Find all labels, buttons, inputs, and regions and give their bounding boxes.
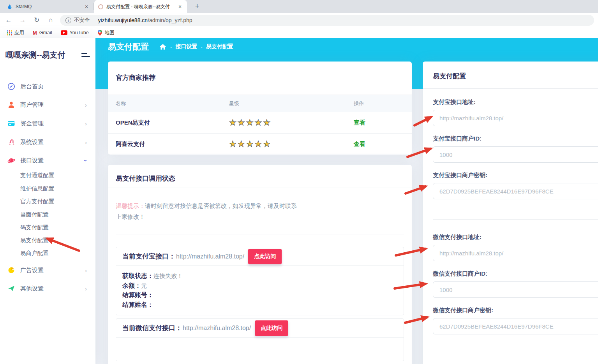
- new-tab-button[interactable]: +: [192, 2, 202, 11]
- alipay-merchant-key-input[interactable]: [433, 183, 598, 199]
- bookmark-label: Gmail: [39, 30, 52, 35]
- sidebar-sub-yipay-config[interactable]: 易支付配置: [20, 234, 49, 246]
- sidebar-sub-official-pay-config[interactable]: 官方支付配置: [20, 195, 54, 207]
- bookmark-youtube[interactable]: YouTube: [59, 29, 90, 36]
- card-header: 易支付接口调用状态: [108, 165, 412, 188]
- sidebar-item-dashboard[interactable]: 后台首页: [0, 79, 95, 94]
- field-label: 支付宝接口地址:: [433, 98, 598, 106]
- alipay-merchant-id-input[interactable]: [433, 146, 598, 163]
- table-row: 阿喜云支付 ★★★★★ 查看: [108, 134, 412, 155]
- wechat-merchant-key-input[interactable]: [433, 318, 598, 334]
- column-name: 名称: [108, 100, 229, 107]
- forward-icon[interactable]: →: [17, 15, 28, 26]
- apps-grid-icon: [7, 30, 12, 35]
- wechat-status-group: 当前微信支付接口： http://mazhifu.alm28.top/ 点此访问: [116, 318, 404, 361]
- card-title: 官方商家推荐: [116, 74, 155, 81]
- chevron-right-icon: ›: [85, 139, 87, 146]
- sidebar-item-interface[interactable]: 接口设置 ›: [0, 153, 95, 168]
- sidebar-sub-codepay-config[interactable]: 码支付配置: [20, 221, 49, 234]
- card-title: 易支付配置: [433, 72, 466, 80]
- visit-alipay-button[interactable]: 点此访问: [248, 249, 282, 264]
- site-favicon-icon: [98, 4, 103, 9]
- view-link[interactable]: 查看: [354, 119, 412, 127]
- close-icon[interactable]: ×: [177, 4, 183, 10]
- page-title: 易支付配置: [108, 41, 149, 52]
- alipay-status-group: 当前支付宝接口： http://mazhifu.alm28.top/ 点此访问 …: [116, 247, 404, 315]
- wechat-merchant-id-input[interactable]: [433, 281, 598, 298]
- reload-icon[interactable]: ↻: [31, 15, 42, 26]
- visit-wechat-button[interactable]: 点此访问: [255, 320, 288, 336]
- status-label: 结算姓名：: [122, 301, 153, 308]
- omnibox-divider: [94, 17, 94, 23]
- chevron-right-icon: ›: [85, 267, 87, 274]
- divider: [433, 354, 598, 354]
- wechat-api-url: http://mazhifu.alm28.top/: [183, 325, 251, 332]
- wechat-api-row: 当前微信支付接口： http://mazhifu.alm28.top/ 点此访问: [116, 319, 404, 338]
- home-icon[interactable]: ⌂: [45, 15, 56, 26]
- sidebar-item-label: 后台首页: [20, 83, 44, 90]
- breadcrumb-separator: -: [201, 44, 202, 50]
- wechat-url-input[interactable]: [433, 245, 598, 261]
- alipay-status-detail: 获取状态：连接失败！ 余额：元 结算账号： 结算姓名：: [116, 266, 404, 315]
- breadcrumb-interface[interactable]: 接口设置: [175, 43, 197, 50]
- sidebar: 嘎嘎亲测--易支付 后台首页 商户管理 › 资金管理 ›: [0, 38, 95, 364]
- chevron-right-icon: ›: [85, 285, 87, 292]
- table-header: 名称 星级 操作: [108, 95, 412, 112]
- address-bar[interactable]: i 不安全 yizhifu.wujiyule88.cn /admin/op_yz…: [60, 15, 594, 26]
- sidebar-sub-facepay-config[interactable]: 当面付配置: [20, 208, 49, 221]
- sidebar-sub-maintenance-config[interactable]: 维护信息配置: [20, 182, 54, 195]
- field-wechat-merchant-id: 微信支付接口商户ID:: [433, 270, 598, 298]
- compass-icon: [7, 83, 15, 90]
- plane-icon: [7, 285, 15, 292]
- gmail-icon: M: [33, 30, 37, 36]
- bookmark-apps[interactable]: 应用: [5, 29, 26, 37]
- column-stars: 星级: [229, 100, 354, 107]
- tab-yizhifu-config[interactable]: 易支付配置 - 嘎嘎亲测--易支付 ×: [94, 0, 187, 13]
- sidebar-sub-channel-config[interactable]: 支付通道配置: [20, 169, 54, 181]
- browser-toolbar: ← → ↻ ⌂ i 不安全 yizhifu.wujiyule88.cn /adm…: [0, 13, 598, 27]
- page-header: 易支付配置 - 接口设置 - 易支付配置: [108, 41, 233, 52]
- field-label: 支付宝接口商户ID:: [433, 135, 598, 142]
- chevron-right-icon: ›: [85, 102, 87, 108]
- tab-title: StarMQ: [16, 4, 80, 9]
- merchant-name: OPEN易支付: [108, 119, 229, 127]
- sidebar-toggler-icon[interactable]: [81, 53, 90, 57]
- view-link[interactable]: 查看: [354, 141, 412, 148]
- status-label: 余额：: [122, 282, 141, 289]
- sidebar-item-system[interactable]: 系统设置 ›: [0, 134, 95, 150]
- card-icon: [7, 120, 15, 127]
- alipay-api-label: 当前支付宝接口：: [122, 252, 175, 261]
- breadcrumb-home-icon[interactable]: [160, 44, 166, 50]
- sidebar-item-merchants[interactable]: 商户管理 ›: [0, 97, 95, 113]
- sidebar-sub-yimerchant-config[interactable]: 易商户配置: [20, 247, 49, 259]
- status-value: 元: [141, 282, 147, 289]
- alipay-url-input[interactable]: [433, 110, 598, 126]
- merchants-card: 官方商家推荐 名称 星级 操作 OPEN易支付 ★★★★★ 查看 阿喜云支付 ★…: [108, 62, 412, 155]
- bookmark-maps[interactable]: 地图: [96, 29, 116, 37]
- back-icon[interactable]: ←: [3, 15, 14, 26]
- star-rating-icon: ★★★★★: [229, 118, 354, 127]
- wechat-status-detail: [116, 338, 404, 361]
- tip-label: 温馨提示：: [116, 202, 145, 209]
- user-icon: [7, 101, 15, 109]
- field-wechat-merchant-key: 微信支付接口商户密钥:: [433, 307, 598, 334]
- info-icon[interactable]: i: [65, 18, 71, 23]
- close-icon[interactable]: ×: [83, 4, 90, 10]
- sidebar-item-other[interactable]: 其他设置 ›: [0, 281, 95, 296]
- star-rating-icon: ★★★★★: [229, 139, 354, 149]
- bookmark-gmail[interactable]: M Gmail: [31, 29, 54, 37]
- sidebar-item-ads[interactable]: 广告设置 ›: [0, 262, 95, 278]
- breadcrumb-separator: -: [170, 44, 172, 50]
- sidebar-item-label: 其他设置: [20, 285, 44, 292]
- wechat-api-label: 当前微信支付接口：: [122, 324, 182, 332]
- sidebar-item-funds[interactable]: 资金管理 ›: [0, 116, 95, 131]
- app-window: StarMQ × 易支付配置 - 嘎嘎亲测--易支付 × + ← → ↻ ⌂ i…: [0, 0, 598, 364]
- sidebar-item-label: 系统设置: [20, 139, 44, 146]
- status-label: 结算账号：: [122, 292, 153, 298]
- breadcrumb-current: 易支付配置: [206, 43, 233, 50]
- field-label: 微信支付接口商户密钥:: [433, 307, 598, 314]
- tab-starmq[interactable]: StarMQ ×: [3, 0, 93, 13]
- sidebar-item-label: 商户管理: [20, 101, 44, 109]
- field-alipay-url: 支付宝接口地址:: [433, 98, 598, 126]
- alipay-api-row: 当前支付宝接口： http://mazhifu.alm28.top/ 点此访问: [116, 247, 404, 266]
